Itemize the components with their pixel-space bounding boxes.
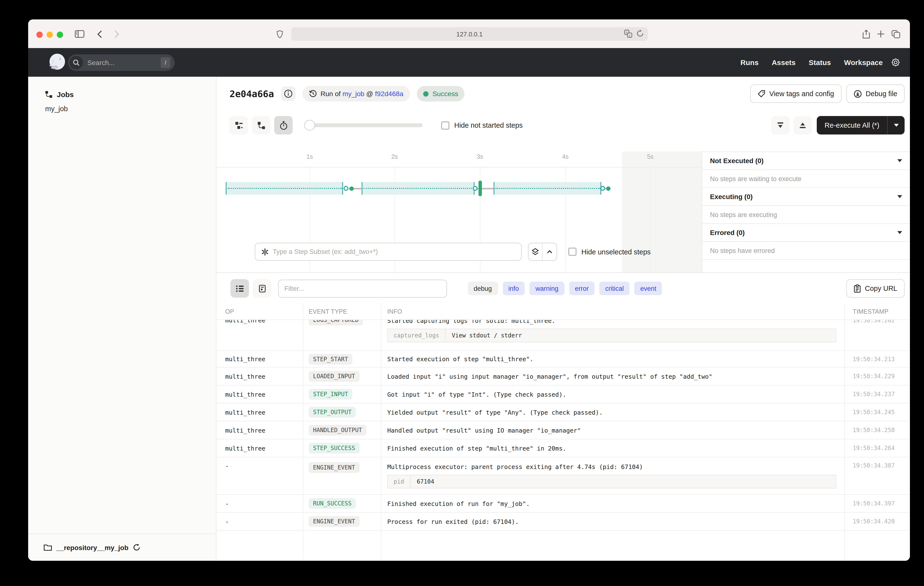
log-row[interactable]: - ENGINE_EVENT Process for run exited (p… — [216, 513, 910, 531]
reload-repository-icon[interactable] — [133, 544, 140, 551]
tick-4s: 4s — [562, 154, 569, 160]
gantt-marker-circle-2[interactable] — [473, 186, 477, 191]
pid-metadata: pid 67104 — [387, 475, 836, 488]
log-row[interactable]: multi_three STEP_SUCCESS Finished execut… — [216, 439, 910, 457]
repository-footer: __repository__my_job — [28, 533, 216, 561]
gantt-marker-dot-1[interactable] — [350, 186, 354, 191]
waterfall-view-button[interactable] — [252, 116, 270, 134]
log-row[interactable]: multi_three STEP_INPUT Got input "i" of … — [216, 386, 910, 404]
event-type-tag: RUN_SUCCESS — [309, 498, 356, 509]
log-structured-view-button[interactable] — [253, 279, 271, 298]
zoom-slider[interactable] — [305, 123, 423, 127]
run-status-badge: Success — [417, 86, 464, 101]
log-row[interactable]: multi_three LOGS_CAPTURED Started captur… — [216, 320, 910, 351]
sidebar-toggle-icon[interactable] — [73, 28, 86, 40]
nav-runs[interactable]: Runs — [740, 58, 759, 66]
panel-empty-not-executed: No steps are waiting to execute — [710, 175, 802, 182]
level-chip-error[interactable]: error — [569, 281, 594, 295]
expand-all-icon[interactable] — [794, 116, 812, 134]
log-row[interactable]: multi_three LOADED_INPUT Loaded input "i… — [216, 367, 910, 386]
level-chip-debug[interactable]: debug — [468, 281, 498, 295]
url-bar[interactable]: 127.0.0.1 A x — [291, 27, 648, 41]
close-window-button[interactable] — [36, 31, 43, 38]
tick-2s: 2s — [391, 154, 398, 160]
event-type-tag: ENGINE_EVENT — [309, 516, 360, 527]
url-text: 127.0.0.1 — [456, 30, 483, 38]
global-search[interactable]: Search... / — [68, 55, 175, 71]
event-type-tag: LOADED_INPUT — [309, 371, 360, 382]
log-row[interactable]: - ENGINE_EVENT Multiprocess executor: pa… — [216, 457, 910, 495]
captured-logs-metadata[interactable]: captured_logs View stdout / stderr — [387, 329, 836, 342]
folder-icon — [44, 544, 52, 551]
panel-header-not-executed[interactable]: Not Executed (0) — [702, 152, 910, 170]
collapse-all-icon[interactable] — [771, 116, 790, 134]
gantt-marker-circle-3[interactable] — [600, 186, 605, 191]
settings-gear-icon[interactable] — [891, 58, 900, 67]
panel-header-errored[interactable]: Errored (0) — [702, 224, 910, 242]
panel-header-executing[interactable]: Executing (0) — [702, 188, 910, 206]
zoom-slider-thumb[interactable] — [304, 120, 315, 131]
log-row[interactable]: multi_three STEP_START Started execution… — [216, 351, 910, 367]
chevron-up-icon[interactable] — [543, 243, 557, 260]
reexecute-dropdown-button[interactable] — [887, 116, 904, 134]
sidebar-item-my-job[interactable]: my_job — [28, 99, 216, 113]
level-chip-warning[interactable]: warning — [530, 281, 564, 295]
timeline-axis — [216, 167, 702, 167]
step-subset-input[interactable] — [273, 248, 521, 255]
log-level-filters: debug info warning error critical event — [468, 281, 662, 295]
chevron-down-icon — [897, 231, 902, 234]
search-icon — [69, 56, 83, 70]
reexecute-all-button[interactable]: Re-execute All (*) — [817, 116, 887, 134]
hide-unselected-label: Hide unselected steps — [581, 248, 650, 256]
app-header: Search... / Runs Assets Status Workspace — [28, 48, 910, 77]
graph-controls — [528, 243, 557, 261]
hide-not-started-label: Hide not started steps — [454, 121, 523, 129]
log-table-header: OP EVENT TYPE INFO TIMESTAMP — [216, 304, 910, 320]
fit-graph-icon[interactable] — [528, 243, 543, 260]
repository-name: __repository__my_job — [56, 543, 129, 551]
minimize-window-button[interactable] — [46, 31, 53, 38]
top-nav: Runs Assets Status Workspace — [740, 48, 883, 77]
run-info-icon[interactable] — [281, 86, 295, 101]
nav-assets[interactable]: Assets — [772, 58, 795, 66]
timed-view-button[interactable] — [274, 116, 293, 134]
nav-workspace[interactable]: Workspace — [844, 58, 883, 66]
event-type-tag: STEP_INPUT — [309, 389, 353, 400]
nav-status[interactable]: Status — [809, 58, 831, 66]
tab-overview-icon[interactable] — [889, 28, 902, 40]
log-filter-input[interactable] — [278, 280, 447, 297]
forward-button[interactable] — [110, 28, 123, 40]
log-row[interactable]: multi_three STEP_OUTPUT Yielded output "… — [216, 404, 910, 421]
search-placeholder: Search... — [87, 59, 161, 66]
view-stdout-link[interactable]: View stdout / stderr — [446, 329, 528, 342]
screen: 127.0.0.1 A x — [0, 0, 924, 586]
gantt-step-bar[interactable] — [478, 180, 482, 196]
hide-not-started-checkbox[interactable] — [441, 121, 449, 129]
flat-view-button[interactable] — [229, 116, 248, 134]
new-tab-icon[interactable] — [874, 28, 887, 40]
sidebar-jobs-label: Jobs — [57, 90, 74, 99]
log-toolbar: debug info warning error critical event — [216, 273, 910, 304]
back-button[interactable] — [93, 28, 106, 40]
copy-url-button[interactable]: Copy URL — [846, 279, 904, 298]
panel-empty-executing: No steps are executing — [710, 211, 777, 218]
zoom-window-button[interactable] — [57, 31, 63, 38]
gantt-marker-dot-2[interactable] — [606, 186, 610, 191]
commit-link[interactable]: f92d468a — [375, 90, 404, 98]
chevron-down-icon — [894, 124, 899, 127]
share-icon[interactable] — [860, 28, 873, 40]
view-tags-config-button[interactable]: View tags and config — [750, 84, 841, 103]
log-list-view-button[interactable] — [231, 279, 249, 298]
browser-chrome: 127.0.0.1 A x — [28, 20, 910, 48]
level-chip-info[interactable]: info — [503, 281, 525, 295]
level-chip-event[interactable]: event — [635, 281, 662, 295]
debug-file-button[interactable]: Debug file — [846, 84, 904, 103]
log-row[interactable]: multi_three HANDLED_OUTPUT Handled outpu… — [216, 421, 910, 439]
log-row[interactable]: - RUN_SUCCESS Finished execution of run … — [216, 495, 910, 513]
gantt-marker-circle-1[interactable] — [343, 186, 348, 191]
level-chip-critical[interactable]: critical — [599, 281, 630, 295]
hide-unselected-checkbox[interactable] — [568, 248, 576, 256]
job-link[interactable]: my_job — [342, 90, 364, 98]
shield-icon — [273, 28, 286, 40]
dagster-logo[interactable] — [48, 53, 66, 71]
